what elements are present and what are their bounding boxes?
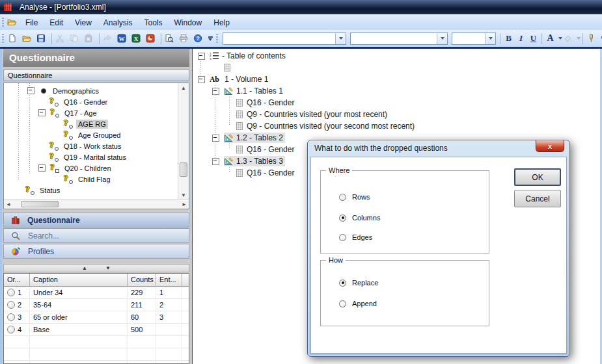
new-document-button[interactable]	[7, 31, 21, 46]
toc-item-label[interactable]: Q9 - Countries visited (your second most…	[247, 122, 415, 131]
toc-item[interactable]: Q16 - Gender	[235, 168, 296, 178]
tree-item-label[interactable]: Demographics	[51, 86, 101, 96]
tree-item-label[interactable]: Q16 - Gender	[62, 98, 109, 107]
column-header[interactable]: Ent...	[156, 274, 182, 287]
toc-item-label[interactable]: Q16 - Gender	[247, 145, 294, 154]
powerpoint-button[interactable]	[144, 31, 159, 46]
row-radio[interactable]	[7, 289, 15, 296]
toc-item[interactable]: 123 - Table of contents	[210, 51, 288, 61]
save-button[interactable]	[35, 31, 49, 46]
scroll-left-icon[interactable]: ◄	[4, 200, 13, 209]
nav-profiles[interactable]: Profiles	[3, 244, 189, 259]
fill-color-button[interactable]	[562, 31, 577, 46]
scroll-up-icon[interactable]: ▲	[179, 83, 188, 92]
expander-minus-icon[interactable]	[38, 109, 46, 116]
menu-window[interactable]: Window	[169, 16, 208, 29]
splitter-up-icon[interactable]: ▲	[82, 265, 87, 271]
print-button[interactable]	[178, 31, 192, 46]
underline-button[interactable]: U	[527, 32, 540, 45]
menu-file[interactable]: File	[20, 16, 44, 29]
row-radio[interactable]	[7, 313, 15, 321]
row-radio[interactable]	[7, 301, 15, 309]
toolbar-combo-1[interactable]	[223, 32, 346, 45]
radio-icon[interactable]	[339, 214, 346, 222]
print-preview-button[interactable]	[163, 31, 178, 46]
radio-icon[interactable]	[339, 194, 346, 201]
tree-item-label[interactable]: Q19 - Marital status	[62, 153, 128, 162]
column-header[interactable]: Counts	[128, 274, 156, 287]
tree-item-label[interactable]: Age Grouped	[76, 131, 122, 140]
table-row[interactable]: 235-642112	[4, 299, 189, 311]
tree-horizontal-scrollbar[interactable]: ◄ ►	[4, 199, 189, 209]
expander-minus-icon[interactable]	[198, 76, 205, 83]
expander-minus-icon[interactable]	[198, 53, 205, 60]
expander-minus-icon[interactable]	[212, 88, 219, 95]
menu-help[interactable]: Help	[208, 16, 236, 29]
radio-rows[interactable]: Rows	[339, 193, 370, 201]
word-button[interactable]: W	[116, 31, 130, 46]
vscroll-thumb[interactable]	[180, 162, 187, 177]
expander-minus-icon[interactable]	[38, 164, 46, 172]
menu-tools[interactable]: Tools	[139, 16, 169, 29]
help-button[interactable]: ?	[192, 31, 206, 46]
menu-view[interactable]: View	[69, 16, 98, 29]
expander-minus-icon[interactable]	[212, 135, 219, 142]
format-overflow-button[interactable]	[599, 31, 602, 46]
radio-edges[interactable]: Edges	[339, 233, 372, 241]
table-row[interactable]: 4Base500	[4, 324, 189, 336]
radio-columns[interactable]: Columns	[339, 214, 380, 222]
italic-button[interactable]: I	[515, 32, 527, 45]
open-button[interactable]	[21, 31, 35, 46]
toc-item-label[interactable]: 1.3 - Tables 3	[236, 157, 283, 166]
toc-item-label[interactable]: 1 - Volume 1	[225, 75, 268, 84]
paste-button[interactable]	[83, 31, 97, 46]
hscroll-thumb[interactable]	[21, 201, 59, 207]
font-color-button[interactable]: A	[544, 32, 556, 45]
cancel-button[interactable]: Cancel	[514, 190, 561, 207]
toolbar-grip-handle[interactable]	[2, 34, 4, 44]
toolbar2-grip-handle[interactable]	[216, 34, 218, 44]
copy-button[interactable]	[68, 31, 83, 46]
tree-item-label[interactable]: Child Flag	[76, 175, 113, 184]
toc-item[interactable]: Q16 - Gender	[235, 144, 296, 155]
bold-button[interactable]: B	[502, 32, 515, 45]
table-row[interactable]	[4, 348, 189, 361]
nav-search[interactable]: Search...	[3, 228, 189, 243]
radio-append[interactable]: Append	[339, 300, 377, 307]
toc-item-label[interactable]: 1.1 - Tables 1	[236, 86, 283, 96]
cut-button[interactable]	[54, 31, 68, 46]
table-row[interactable]	[4, 336, 189, 348]
format-painter-button[interactable]	[585, 31, 599, 46]
toc-item[interactable]	[223, 62, 236, 73]
close-icon[interactable]: x	[536, 140, 564, 152]
splitter-down-icon[interactable]: ▼	[105, 265, 111, 271]
toc-item[interactable]: Q16 - Gender	[235, 98, 296, 108]
chevron-down-icon[interactable]	[437, 33, 447, 44]
toc-item[interactable]: 1.3 - Tables 3	[224, 156, 285, 166]
toc-item-label[interactable]: Q16 - Gender	[247, 168, 294, 177]
toc-item[interactable]: 1.1 - Tables 1	[224, 86, 285, 96]
expander-minus-icon[interactable]	[212, 158, 219, 165]
toolbar-combo-2[interactable]	[350, 32, 448, 45]
panel-splitter[interactable]: ▲ ▼	[3, 264, 189, 272]
radio-icon[interactable]	[339, 280, 346, 287]
tree-vertical-scrollbar[interactable]: ▲ ▼	[178, 83, 189, 200]
table-row[interactable]: 365 or older603	[4, 311, 189, 324]
table-row[interactable]: 1Under 342291	[4, 287, 189, 299]
ok-button[interactable]: OK	[514, 168, 561, 186]
toc-item[interactable]: Q9 - Countries visited (your second most…	[235, 121, 417, 131]
radio-icon[interactable]	[339, 234, 346, 241]
radio-icon[interactable]	[339, 300, 346, 307]
column-header[interactable]: Or...	[4, 274, 30, 287]
menu-analysis[interactable]: Analysis	[98, 16, 139, 29]
scroll-right-icon[interactable]: ►	[180, 200, 189, 209]
chevron-down-icon[interactable]	[485, 33, 495, 44]
radio-replace[interactable]: Replace	[339, 279, 378, 287]
tree-item-label[interactable]: Q17 - Age	[62, 109, 99, 118]
expander-minus-icon[interactable]	[27, 87, 34, 94]
tree-item-label[interactable]: AGE RG	[76, 120, 108, 129]
toc-item-label[interactable]: Q9 - Countries visited (your most recent…	[247, 110, 387, 119]
tree-item-label[interactable]: Q20 - Children	[62, 164, 113, 173]
toc-item[interactable]: Ab1 - Volume 1	[210, 74, 270, 84]
table-row[interactable]	[4, 361, 189, 364]
